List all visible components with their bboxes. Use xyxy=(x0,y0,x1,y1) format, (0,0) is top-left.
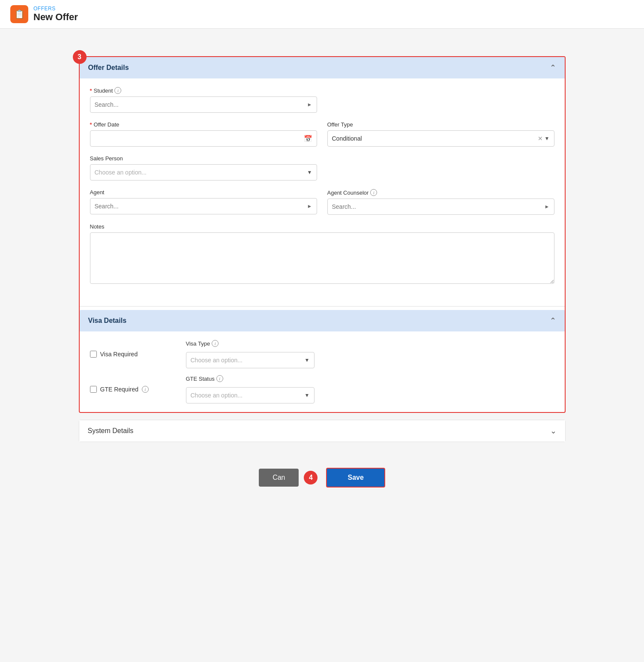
calendar-icon[interactable]: 📅 xyxy=(304,135,312,143)
sales-person-field: Sales Person Choose an option... ▼ xyxy=(90,155,317,181)
gte-required-label[interactable]: GTE Required i xyxy=(90,386,176,393)
student-field: * Student i ► xyxy=(90,87,317,113)
agent-field: Agent ► xyxy=(90,189,317,215)
sales-person-wrapper[interactable]: Choose an option... ▼ xyxy=(90,164,317,181)
header-text: OFFERS New Offer xyxy=(33,6,78,23)
gte-status-info-icon: i xyxy=(216,375,223,382)
offer-type-field: Offer Type Conditional Unconditional ✕ ▼ xyxy=(327,121,554,147)
footer-actions: Can 4 Save xyxy=(79,459,566,496)
visa-type-label: Visa Type i xyxy=(186,340,554,347)
offer-type-wrapper[interactable]: Conditional Unconditional ✕ ▼ xyxy=(327,130,554,147)
offer-date-label: * Offer Date xyxy=(90,121,317,128)
section-divider xyxy=(80,306,565,307)
app-icon: 📋 xyxy=(10,5,28,23)
gte-status-select-wrapper[interactable]: Choose an option... ▼ xyxy=(186,387,315,403)
gte-status-field: GTE Status i Choose an option... ▼ xyxy=(186,375,554,403)
offer-type-select[interactable]: Conditional Unconditional xyxy=(332,135,538,142)
gte-status-label: GTE Status i xyxy=(186,375,554,382)
agent-counselor-search-wrapper[interactable]: ► xyxy=(327,199,554,215)
system-details-section: System Details ⌄ xyxy=(79,420,566,442)
agent-search-wrapper[interactable]: ► xyxy=(90,198,317,214)
system-details-title: System Details xyxy=(88,427,134,435)
offer-type-dropdown-arrow: ▼ xyxy=(545,135,550,141)
student-row: * Student i ► xyxy=(90,87,554,113)
offer-type-label: Offer Type xyxy=(327,121,554,128)
offer-details-body: * Student i ► * Offer Date xyxy=(80,78,565,303)
step-3-badge: 3 xyxy=(73,50,87,64)
student-arrow-icon: ► xyxy=(307,102,312,108)
visa-details-header: Visa Details ⌃ xyxy=(80,310,565,331)
page-title: New Offer xyxy=(33,12,78,23)
visa-type-dropdown-arrow: ▼ xyxy=(305,357,310,363)
notes-textarea[interactable] xyxy=(90,232,554,284)
gte-required-info-icon: i xyxy=(142,386,149,393)
notes-field: Notes xyxy=(90,223,554,286)
notes-row: Notes xyxy=(90,223,554,286)
gte-status-dropdown-arrow: ▼ xyxy=(305,392,310,398)
student-info-icon: i xyxy=(114,87,121,94)
visa-type-select-wrapper[interactable]: Choose an option... ▼ xyxy=(186,352,315,368)
offer-details-section: 3 Offer Details ⌃ * Student i ► xyxy=(79,56,566,413)
visa-required-label[interactable]: Visa Required xyxy=(90,351,176,358)
offer-date-input[interactable]: 03/01/2024 xyxy=(95,135,304,142)
main-content: 3 Offer Details ⌃ * Student i ► xyxy=(65,29,579,506)
visa-required-checkbox[interactable] xyxy=(90,351,97,358)
notes-label: Notes xyxy=(90,223,554,230)
agent-counselor-info-icon: i xyxy=(370,189,377,196)
sales-person-label: Sales Person xyxy=(90,155,317,162)
visa-details-title: Visa Details xyxy=(88,317,127,325)
offer-type-clear-icon[interactable]: ✕ xyxy=(538,135,543,142)
gte-required-checkbox[interactable] xyxy=(90,386,97,393)
gte-status-select[interactable]: Choose an option... xyxy=(191,392,305,399)
empty-col-1 xyxy=(327,87,554,113)
system-details-header: System Details ⌄ xyxy=(79,420,565,442)
step-4-badge: 4 xyxy=(304,471,318,484)
offer-details-header: Offer Details ⌃ xyxy=(80,57,565,78)
agent-counselor-label: Agent Counselor i xyxy=(327,189,554,196)
offer-date-field: * Offer Date 03/01/2024 📅 xyxy=(90,121,317,147)
offer-date-wrapper[interactable]: 03/01/2024 📅 xyxy=(90,130,317,147)
collapse-offer-details-icon[interactable]: ⌃ xyxy=(550,63,556,72)
student-label: * Student i xyxy=(90,87,317,94)
visa-type-select[interactable]: Choose an option... xyxy=(191,357,305,364)
cancel-button[interactable]: Can xyxy=(259,469,299,487)
sales-person-select[interactable]: Choose an option... xyxy=(95,169,307,176)
offer-details-title: Offer Details xyxy=(88,64,129,72)
agent-search-input[interactable] xyxy=(95,203,307,210)
breadcrumb: OFFERS xyxy=(33,6,78,12)
agent-label: Agent xyxy=(90,189,317,196)
visa-details-body: Visa Required Visa Type i Choose an opti… xyxy=(80,331,565,412)
visa-type-field: Visa Type i Choose an option... ▼ xyxy=(186,340,554,368)
agent-counselor-arrow-icon: ► xyxy=(545,204,550,210)
empty-col-2 xyxy=(327,155,554,181)
student-search-wrapper[interactable]: ► xyxy=(90,96,317,113)
collapse-system-details-icon[interactable]: ⌄ xyxy=(550,426,557,436)
offer-date-type-row: * Offer Date 03/01/2024 📅 Offer Type Con xyxy=(90,121,554,147)
agent-row: Agent ► Agent Counselor i ► xyxy=(90,189,554,215)
save-button[interactable]: Save xyxy=(326,468,385,487)
agent-counselor-field: Agent Counselor i ► xyxy=(327,189,554,215)
student-search-input[interactable] xyxy=(95,101,307,108)
sales-person-row: Sales Person Choose an option... ▼ xyxy=(90,155,554,181)
page-header: 📋 OFFERS New Offer xyxy=(0,0,644,29)
agent-arrow-icon: ► xyxy=(307,203,312,209)
agent-counselor-search-input[interactable] xyxy=(332,203,545,210)
sales-person-dropdown-arrow: ▼ xyxy=(307,169,312,175)
visa-type-info-icon: i xyxy=(212,340,219,347)
collapse-visa-details-icon[interactable]: ⌃ xyxy=(550,316,556,325)
